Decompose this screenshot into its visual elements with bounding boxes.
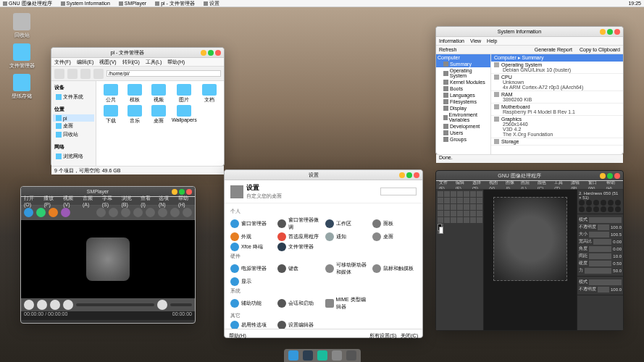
menu-tools[interactable]: 工具(L) xyxy=(146,59,162,66)
rewind-button[interactable] xyxy=(109,208,118,217)
scale-tool[interactable] xyxy=(438,204,443,210)
layeropacity-slider[interactable] xyxy=(598,287,609,292)
item-appearance[interactable]: 外观 xyxy=(230,232,275,241)
rect-select-tool[interactable] xyxy=(444,191,450,197)
item-removable[interactable]: 可移动驱动器和媒体 xyxy=(325,261,369,276)
minimize-button[interactable] xyxy=(600,173,606,179)
ratio-slider[interactable] xyxy=(593,239,611,245)
layermode-select[interactable] xyxy=(589,279,622,285)
menu-options[interactable]: 选项(N) xyxy=(159,195,172,207)
item-terminal[interactable]: 文件管理器 xyxy=(277,243,322,251)
tree-languages[interactable]: Languages xyxy=(436,92,490,98)
menu-help[interactable]: 帮助(H) xyxy=(167,59,185,66)
tb-app-4[interactable]: pi - 文件管理器 xyxy=(155,0,195,7)
file-pictures[interactable]: 图片 xyxy=(172,84,197,104)
maximize-button[interactable] xyxy=(208,50,214,56)
sb-filesystem[interactable]: 文件系统 xyxy=(53,93,94,101)
ellipse-select-tool[interactable] xyxy=(451,191,456,197)
brush-preset[interactable] xyxy=(608,200,614,206)
all-settings-button[interactable]: 所有设置(S) xyxy=(369,332,396,340)
item-wm[interactable]: 窗口管理器 xyxy=(230,216,275,231)
move-tool[interactable] xyxy=(438,191,443,197)
menu-select[interactable]: 选择(S) xyxy=(472,181,486,190)
menu-tools[interactable]: 工具(T) xyxy=(554,181,568,190)
forward-button[interactable] xyxy=(133,208,143,217)
menu-file[interactable]: 文件(F) xyxy=(439,181,453,190)
dock-search[interactable] xyxy=(346,350,356,361)
clone-tool[interactable] xyxy=(438,217,443,223)
tb-app-1[interactable]: GNU 图像处理程序 xyxy=(3,0,52,7)
paintbrush-tool[interactable] xyxy=(457,211,463,216)
menu-windows[interactable]: 窗口(W) xyxy=(588,181,603,190)
mode-select[interactable] xyxy=(589,217,622,223)
item-mouse[interactable]: 鼠标和触摸板 xyxy=(372,261,417,276)
brush-preset[interactable] xyxy=(615,200,621,206)
gradient-tool[interactable] xyxy=(444,211,450,216)
video-area[interactable] xyxy=(21,220,195,298)
menu-view[interactable]: 视图(V) xyxy=(489,181,503,190)
dock-terminal[interactable] xyxy=(303,350,313,361)
settings-search-input[interactable] xyxy=(380,188,417,195)
file-music[interactable]: 音乐 xyxy=(123,105,146,125)
dock-editor[interactable] xyxy=(332,350,342,361)
tree-display[interactable]: Display xyxy=(436,105,490,111)
tb-app-5[interactable]: 设置 xyxy=(204,0,219,7)
maximize-button[interactable] xyxy=(179,189,185,195)
item-preferred[interactable]: 首选应用程序 xyxy=(277,232,322,241)
paths-tool[interactable] xyxy=(444,198,450,203)
item-wmtweak[interactable]: 窗口管理器微调 xyxy=(277,216,322,231)
close-button[interactable]: 关闭(C) xyxy=(401,332,418,340)
cage-tool[interactable] xyxy=(464,204,469,210)
tree-groups[interactable]: Groups xyxy=(436,136,490,143)
text-tool[interactable] xyxy=(477,204,482,210)
eraser-tool[interactable] xyxy=(464,211,469,216)
file-public[interactable]: 公共 xyxy=(99,84,122,104)
menu-filters[interactable]: 滤镜(R) xyxy=(571,181,585,190)
sb-home[interactable]: pi xyxy=(53,114,94,122)
tree-summary[interactable]: Summary xyxy=(436,61,490,67)
item-keyboard[interactable]: 键盘 xyxy=(277,261,322,276)
smudge-tool[interactable] xyxy=(464,217,469,223)
bucket-tool[interactable] xyxy=(438,211,443,216)
brush-preset[interactable] xyxy=(601,206,606,212)
menu-browse[interactable]: 浏览(B) xyxy=(122,195,135,207)
close-button[interactable] xyxy=(215,50,221,56)
color-swatch[interactable] xyxy=(438,224,443,234)
menu-file[interactable]: 文件(F) xyxy=(54,59,71,66)
ink-tool[interactable] xyxy=(477,211,482,216)
item-panel[interactable]: 面板 xyxy=(372,216,417,231)
scissors-tool[interactable] xyxy=(477,191,482,197)
brush-preset[interactable] xyxy=(579,206,585,212)
bg-color[interactable] xyxy=(439,227,443,234)
warp-tool[interactable] xyxy=(470,204,476,210)
airbrush-tool[interactable] xyxy=(470,211,476,216)
close-button[interactable] xyxy=(614,173,620,179)
tree-os[interactable]: Operating System xyxy=(436,67,490,79)
close-button[interactable] xyxy=(414,172,419,178)
brush-preset[interactable] xyxy=(615,206,621,212)
item-settings-editor[interactable]: 设置编辑器 xyxy=(277,321,322,329)
forward-button[interactable] xyxy=(67,69,78,79)
item-accessibility[interactable]: 辅助功能 xyxy=(230,296,275,311)
pause-button[interactable] xyxy=(37,300,47,310)
heal-tool[interactable] xyxy=(444,217,450,223)
brush-preset[interactable] xyxy=(608,206,614,212)
menu-audio[interactable]: 音频(A) xyxy=(83,195,96,207)
prev-button[interactable] xyxy=(96,208,106,217)
size-slider[interactable] xyxy=(589,232,609,237)
foreground-select-tool[interactable] xyxy=(438,198,443,203)
item-notify[interactable]: 通知 xyxy=(325,232,369,241)
gp-canvas[interactable] xyxy=(484,190,577,330)
file-desktop[interactable]: 桌面 xyxy=(148,105,170,125)
screenshot-button[interactable] xyxy=(170,208,180,217)
menu-colors[interactable]: 颜色(C) xyxy=(538,181,552,190)
dock-filemanager[interactable] xyxy=(288,350,298,361)
open-dir-button[interactable] xyxy=(49,208,58,217)
menu-help[interactable]: Help xyxy=(487,38,497,43)
menu-open[interactable]: 打开(O) xyxy=(24,195,38,207)
item-power[interactable]: 电源管理器 xyxy=(230,261,275,276)
file-wallpapers[interactable]: Wallpapers xyxy=(172,105,197,125)
perspective-clone-tool[interactable] xyxy=(451,217,456,223)
menu-image[interactable]: 图像(I) xyxy=(506,181,518,190)
lasso-tool[interactable] xyxy=(457,191,463,197)
